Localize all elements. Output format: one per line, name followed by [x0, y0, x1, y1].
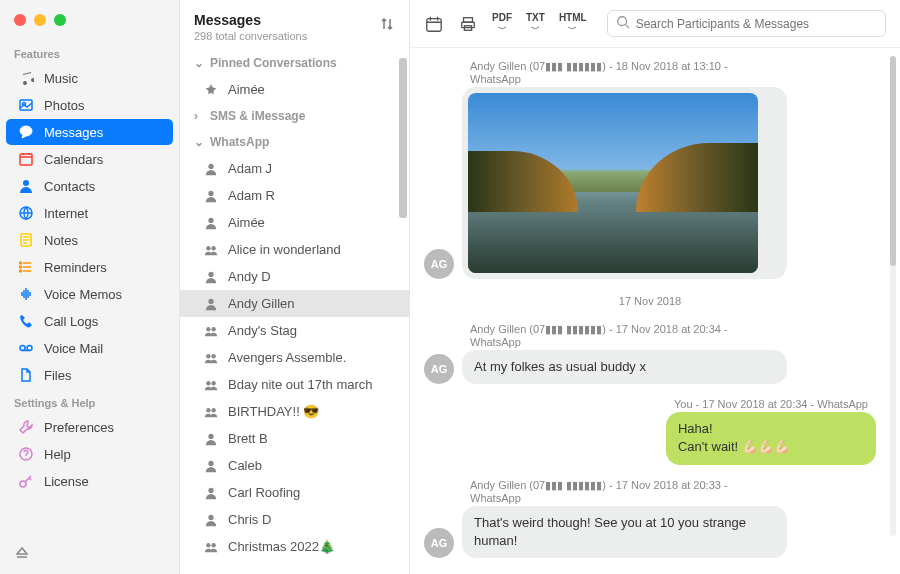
conversation-name: Adam R [228, 188, 275, 203]
conversation-item[interactable]: Brett B [180, 425, 409, 452]
svg-point-21 [211, 327, 215, 331]
svg-point-3 [23, 180, 29, 186]
conversation-group-header[interactable]: ⌄WhatsApp [180, 129, 409, 155]
contacts-icon [18, 178, 34, 194]
message-header: Andy Gillen (07▮▮▮ ▮▮▮▮▮▮) - 18 Nov 2018… [462, 60, 787, 87]
svg-rect-2 [20, 154, 32, 165]
sidebar-item-notes[interactable]: Notes [6, 227, 173, 253]
avatar: AG [424, 249, 454, 279]
search-box[interactable] [607, 10, 886, 37]
export-html-button[interactable]: HTML﹀ [559, 12, 587, 36]
window-controls [0, 0, 179, 40]
group-label: SMS & iMessage [210, 109, 305, 123]
sidebar-item-internet[interactable]: Internet [6, 200, 173, 226]
sidebar-item-calendars[interactable]: Calendars [6, 146, 173, 172]
conversation-scroll[interactable]: ⌄Pinned ConversationsAimée›SMS & iMessag… [180, 50, 409, 574]
conversation-item[interactable]: Andy D [180, 263, 409, 290]
conversation-scrollbar[interactable] [399, 58, 407, 218]
chat-panel: PDF﹀ TXT﹀ HTML﹀ AGAndy Gillen (07▮▮▮ ▮▮▮… [410, 0, 900, 574]
voicememos-icon [18, 286, 34, 302]
group-label: WhatsApp [210, 135, 269, 149]
chevron-icon: › [194, 109, 204, 123]
eject-button[interactable] [0, 535, 179, 574]
conversation-item[interactable]: Adam R [180, 182, 409, 209]
sidebar-item-reminders[interactable]: Reminders [6, 254, 173, 280]
sidebar-item-voicememos[interactable]: Voice Memos [6, 281, 173, 307]
preferences-icon [18, 419, 34, 435]
person-icon [204, 459, 218, 473]
conversation-item[interactable]: BIRTHDAY!! 😎 [180, 398, 409, 425]
export-pdf-button[interactable]: PDF﹀ [492, 12, 512, 36]
sidebar-item-label: Notes [44, 233, 78, 248]
sidebar-item-calllogs[interactable]: Call Logs [6, 308, 173, 334]
conversation-name: Avengers Assemble. [228, 350, 346, 365]
close-window-button[interactable] [14, 14, 26, 26]
sidebar-item-license[interactable]: License [6, 468, 173, 494]
sidebar-item-contacts[interactable]: Contacts [6, 173, 173, 199]
maximize-window-button[interactable] [54, 14, 66, 26]
sidebar-item-preferences[interactable]: Preferences [6, 414, 173, 440]
conversation-group-header[interactable]: ⌄Pinned Conversations [180, 50, 409, 76]
sidebar-item-voicemail[interactable]: Voice Mail [6, 335, 173, 361]
conversation-name: Christmas 2022🎄 [228, 539, 335, 554]
conversation-item[interactable]: Aimée [180, 76, 409, 103]
svg-point-23 [211, 354, 215, 358]
conversation-item[interactable]: Adam J [180, 155, 409, 182]
sort-button[interactable] [379, 12, 395, 35]
chat-scrollbar[interactable] [890, 56, 896, 536]
sidebar-item-messages[interactable]: Messages [6, 119, 173, 145]
conversation-item[interactable]: Alice in wonderland [180, 236, 409, 263]
conversation-item[interactable]: Christmas 2022🎄 [180, 533, 409, 560]
sidebar-item-files[interactable]: Files [6, 362, 173, 388]
calendar-view-button[interactable] [424, 14, 444, 34]
svg-point-32 [206, 543, 210, 547]
conversation-item[interactable]: Aimée [180, 209, 409, 236]
conversation-item[interactable]: Bday nite out 17th march [180, 371, 409, 398]
conversations-title: Messages [194, 12, 307, 28]
conversation-name: Andy's Stag [228, 323, 297, 338]
group-icon [204, 324, 218, 338]
conversation-item[interactable]: Caleb [180, 452, 409, 479]
conversation-name: Andy Gillen [228, 296, 294, 311]
sidebar-item-label: Calendars [44, 152, 103, 167]
message-row: AGAndy Gillen (07▮▮▮ ▮▮▮▮▮▮) - 17 Nov 20… [424, 479, 876, 558]
export-txt-button[interactable]: TXT﹀ [526, 12, 545, 36]
person-icon [204, 83, 218, 97]
sidebar-item-label: Photos [44, 98, 84, 113]
conversation-group-header[interactable]: ›SMS & iMessage [180, 103, 409, 129]
sidebar-item-music[interactable]: Music [6, 65, 173, 91]
conversation-item[interactable]: Avengers Assemble. [180, 344, 409, 371]
conversation-item[interactable]: Chris D [180, 506, 409, 533]
messages-icon [18, 124, 34, 140]
person-icon [204, 297, 218, 311]
app-window: Features MusicPhotosMessagesCalendarsCon… [0, 0, 900, 574]
message-row: You - 17 Nov 2018 at 20:34 - WhatsAppHah… [424, 398, 876, 464]
conversation-item[interactable]: Andy's Stag [180, 317, 409, 344]
sidebar-item-label: Call Logs [44, 314, 98, 329]
svg-point-26 [206, 408, 210, 412]
group-icon [204, 243, 218, 257]
person-icon [204, 432, 218, 446]
search-input[interactable] [636, 17, 877, 31]
minimize-window-button[interactable] [34, 14, 46, 26]
conversation-item[interactable]: Andy Gillen [180, 290, 409, 317]
sidebar-item-label: Preferences [44, 420, 114, 435]
conversation-item[interactable]: Carl Roofing [180, 479, 409, 506]
sidebar-item-help[interactable]: Help [6, 441, 173, 467]
group-icon [204, 405, 218, 419]
svg-point-25 [211, 381, 215, 385]
reminders-icon [18, 259, 34, 275]
features-section-label: Features [0, 40, 179, 64]
message-bubble[interactable]: Haha! Can't wait! 💪🏻💪🏻💪🏻 [666, 412, 876, 464]
sidebar-item-label: Voice Mail [44, 341, 103, 356]
sidebar-item-photos[interactable]: Photos [6, 92, 173, 118]
conversation-list-panel: Messages 298 total conversations ⌄Pinned… [180, 0, 410, 574]
svg-point-29 [208, 460, 213, 465]
messages-scroll[interactable]: AGAndy Gillen (07▮▮▮ ▮▮▮▮▮▮) - 18 Nov 20… [410, 48, 900, 574]
svg-point-31 [208, 514, 213, 519]
voicemail-icon [18, 340, 34, 356]
message-bubble[interactable]: At my folkes as usual buddy x [462, 350, 787, 384]
message-bubble[interactable]: That's weird though! See you at 10 you s… [462, 506, 787, 558]
print-button[interactable] [458, 14, 478, 34]
message-image[interactable] [462, 87, 787, 279]
